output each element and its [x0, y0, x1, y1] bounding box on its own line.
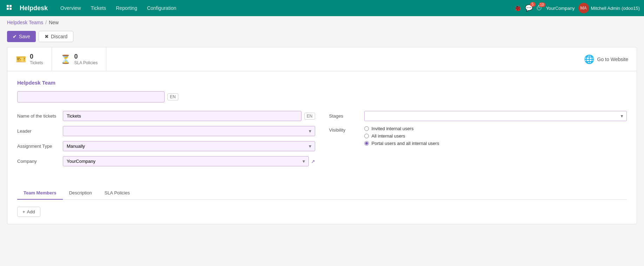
nav-tickets[interactable]: Tickets	[86, 3, 110, 13]
company-label: Company	[17, 159, 63, 164]
stages-label: Stages	[329, 113, 364, 119]
visibility-portal-label: Portal users and all internal users	[372, 141, 439, 146]
left-col: Name of the tickets EN Leader ▼	[17, 111, 315, 171]
stages-select[interactable]	[364, 111, 627, 121]
sla-stat[interactable]: ⏳ 0 SLA Policies	[52, 47, 107, 71]
right-col: Stages ▼ Visibility Invited intern	[329, 111, 627, 171]
stages-row: Stages ▼	[329, 111, 627, 121]
company-select[interactable]: YourCompany	[63, 156, 309, 166]
name-of-tickets-row: Name of the tickets EN	[17, 111, 315, 121]
nav-configuration[interactable]: Configuration	[143, 3, 180, 13]
go-website-label: Go to Website	[597, 56, 628, 62]
app-menu-icon[interactable]	[4, 2, 15, 14]
top-nav: Helpdesk Overview Tickets Reporting Conf…	[0, 0, 644, 16]
bug-icon[interactable]: 🐞	[514, 4, 522, 12]
sla-count: 0	[74, 53, 98, 60]
website-icon: 🌐	[584, 54, 595, 64]
ticket-icon: 🎫	[16, 54, 26, 64]
tickets-stat[interactable]: 🎫 0 Tickets	[7, 47, 52, 71]
tab-team-members[interactable]: Team Members	[17, 187, 63, 200]
tab-content: + Add	[7, 200, 637, 224]
form-area: Helpdesk Team EN Name of the tickets EN	[7, 71, 637, 180]
avatar: MA	[578, 3, 589, 13]
messages-badge: 5	[530, 2, 536, 7]
tab-sla-policies[interactable]: SLA Policies	[98, 187, 136, 200]
tickets-count: 0	[30, 53, 43, 60]
sla-icon: ⏳	[60, 54, 71, 64]
breadcrumb: Helpdesk Teams / New	[0, 16, 644, 29]
visibility-invited-radio[interactable]	[364, 126, 369, 131]
activity-icon[interactable]: ⏱ 10	[536, 5, 543, 12]
visibility-all[interactable]: All internal users	[364, 133, 439, 139]
visibility-row: Visibility Invited internal users All in…	[329, 126, 627, 146]
breadcrumb-current: New	[49, 20, 59, 25]
leader-select[interactable]	[63, 126, 315, 136]
main-card: 🎫 0 Tickets ⏳ 0 SLA Policies 🌐 Go to Web…	[7, 47, 637, 224]
go-website-button[interactable]: 🌐 Go to Website	[576, 47, 637, 71]
leader-label: Leader	[17, 128, 63, 134]
visibility-invited-label: Invited internal users	[372, 126, 414, 131]
team-name-input[interactable]	[17, 91, 165, 102]
section-title: Helpdesk Team	[17, 80, 627, 86]
discard-button[interactable]: ✖ Discard	[39, 31, 73, 42]
visibility-invited[interactable]: Invited internal users	[364, 126, 439, 131]
leader-row: Leader ▼	[17, 126, 315, 136]
company-row: Company YourCompany ▼ ↗	[17, 156, 315, 166]
name-of-tickets-label: Name of the tickets	[17, 113, 63, 119]
visibility-all-label: All internal users	[372, 133, 405, 139]
user-menu[interactable]: MA Mitchell Admin (odoo15)	[578, 3, 640, 13]
name-of-tickets-input[interactable]	[63, 111, 301, 121]
svg-rect-3	[9, 8, 12, 10]
visibility-label: Visibility	[329, 126, 364, 133]
team-name-row: EN	[17, 91, 627, 102]
visibility-all-radio[interactable]	[364, 134, 369, 138]
tabs-bar: Team Members Description SLA Policies	[17, 187, 627, 200]
breadcrumb-separator: /	[45, 20, 47, 25]
visibility-portal-radio[interactable]	[364, 141, 369, 146]
svg-rect-1	[9, 5, 12, 7]
app-title: Helpdesk	[20, 5, 48, 12]
nav-overview[interactable]: Overview	[56, 3, 85, 13]
activity-badge: 10	[539, 2, 545, 7]
sla-label: SLA Policies	[74, 60, 98, 65]
action-bar: ✔ Save ✖ Discard	[0, 29, 644, 47]
user-name: Mitchell Admin (odoo15)	[591, 6, 640, 11]
tickets-label: Tickets	[30, 60, 43, 65]
save-checkmark-icon: ✔	[13, 34, 17, 39]
tickets-lang-badge[interactable]: EN	[304, 113, 315, 120]
nav-reporting[interactable]: Reporting	[112, 3, 141, 13]
assignment-type-select[interactable]: Manually Random Balanced	[63, 141, 315, 151]
lang-badge[interactable]: EN	[167, 93, 178, 100]
stats-bar: 🎫 0 Tickets ⏳ 0 SLA Policies 🌐 Go to Web…	[7, 47, 637, 71]
add-icon: +	[22, 209, 25, 214]
company-switcher[interactable]: YourCompany	[546, 6, 575, 11]
visibility-portal[interactable]: Portal users and all internal users	[364, 141, 439, 146]
discard-x-icon: ✖	[45, 34, 49, 39]
breadcrumb-parent[interactable]: Helpdesk Teams	[7, 20, 43, 25]
svg-rect-2	[7, 8, 9, 10]
form-columns: Name of the tickets EN Leader ▼	[17, 111, 627, 171]
tab-description[interactable]: Description	[63, 187, 98, 200]
assignment-type-label: Assignment Type	[17, 144, 63, 149]
visibility-options: Invited internal users All internal user…	[364, 126, 439, 146]
add-button[interactable]: + Add	[17, 207, 40, 217]
company-external-link-icon[interactable]: ↗	[311, 159, 315, 164]
save-button[interactable]: ✔ Save	[7, 31, 36, 42]
topnav-right: 🐞 💬 5 ⏱ 10 YourCompany MA Mitchell Admin…	[514, 3, 640, 13]
assignment-type-row: Assignment Type Manually Random Balanced…	[17, 141, 315, 151]
svg-rect-0	[7, 5, 9, 7]
messages-icon[interactable]: 💬 5	[525, 4, 533, 12]
